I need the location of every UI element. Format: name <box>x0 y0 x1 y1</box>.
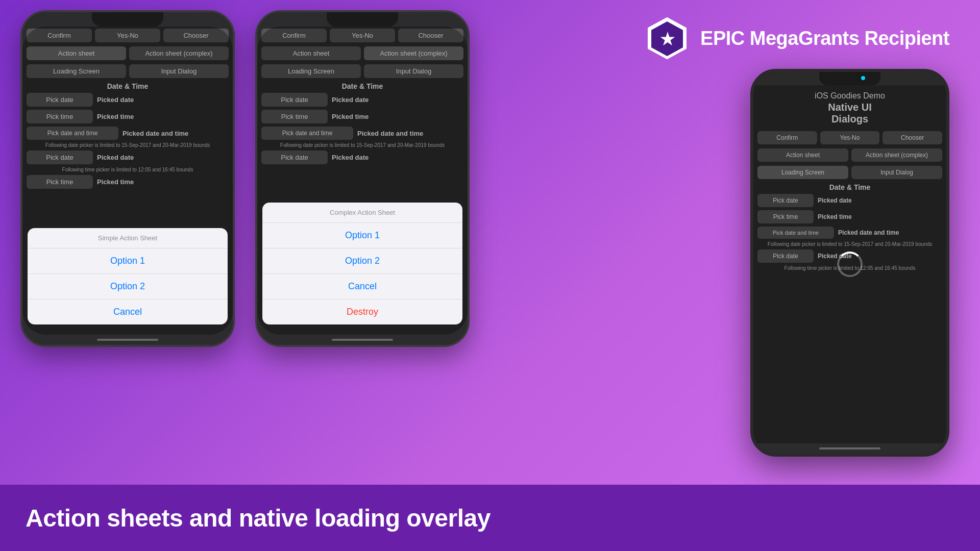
svg-text:★: ★ <box>660 30 675 48</box>
phone-content-2: Confirm Yes-No Chooser Action sheet Acti… <box>257 27 468 335</box>
action-sheet-container-1: Simple Action Sheet Option 1 Option 2 Ca… <box>28 228 228 324</box>
home-indicator-2 <box>257 335 468 345</box>
action-sheet-option2-2[interactable]: Option 2 <box>262 248 462 274</box>
bottom-banner: Action sheets and native loading overlay <box>0 485 980 551</box>
phone-frame-2: Confirm Yes-No Chooser Action sheet Acti… <box>255 10 470 347</box>
phone-screen-3: iOS Goodies Demo Native UI Dialogs Confi… <box>753 72 946 454</box>
phone-notch-3 <box>819 72 880 85</box>
action-sheet-option1-2[interactable]: Option 1 <box>262 223 462 248</box>
bottom-banner-text: Action sheets and native loading overlay <box>26 504 491 532</box>
action-sheet-destroy-2[interactable]: Destroy <box>262 299 462 324</box>
phone-frame-3: iOS Goodies Demo Native UI Dialogs Confi… <box>750 69 949 457</box>
phone-notch-2 <box>327 12 398 27</box>
home-indicator-1 <box>22 335 233 345</box>
epic-badge: ★ EPIC MegaGrants Recipient <box>644 15 949 61</box>
phone-screen-2: Confirm Yes-No Chooser Action sheet Acti… <box>257 12 468 345</box>
home-bar-2 <box>332 339 393 341</box>
phone-content-1: Confirm Yes-No Chooser Action sheet Acti… <box>22 27 233 335</box>
action-sheet-cancel-2[interactable]: Cancel <box>262 274 462 299</box>
loading-spinner-3 <box>837 252 863 277</box>
status-dot-3 <box>861 76 865 80</box>
action-sheet-container-2: Complex Action Sheet Option 1 Option 2 C… <box>262 203 462 324</box>
epic-hexagon-icon: ★ <box>644 15 690 61</box>
action-sheet-title-1: Simple Action Sheet <box>28 228 228 248</box>
phone-notch-1 <box>92 12 163 27</box>
home-indicator-3 <box>753 443 946 454</box>
action-sheet-option2-1[interactable]: Option 2 <box>28 274 228 299</box>
phone-frame-1: Confirm Yes-No Chooser Action sheet Acti… <box>20 10 235 347</box>
epic-badge-text: EPIC MegaGrants Recipient <box>700 28 949 49</box>
action-sheet-cancel-1[interactable]: Cancel <box>28 299 228 324</box>
action-sheet-option1-1[interactable]: Option 1 <box>28 248 228 274</box>
spinner-overlay-3 <box>753 85 946 443</box>
action-sheet-1: Simple Action Sheet Option 1 Option 2 Ca… <box>22 228 233 324</box>
action-sheet-2: Complex Action Sheet Option 1 Option 2 C… <box>257 203 468 324</box>
phones-container: Confirm Yes-No Chooser Action sheet Acti… <box>15 0 475 357</box>
phone-screen-1: Confirm Yes-No Chooser Action sheet Acti… <box>22 12 233 345</box>
home-bar-3 <box>819 447 880 449</box>
home-bar-1 <box>97 339 158 341</box>
action-sheet-title-2: Complex Action Sheet <box>262 203 462 223</box>
